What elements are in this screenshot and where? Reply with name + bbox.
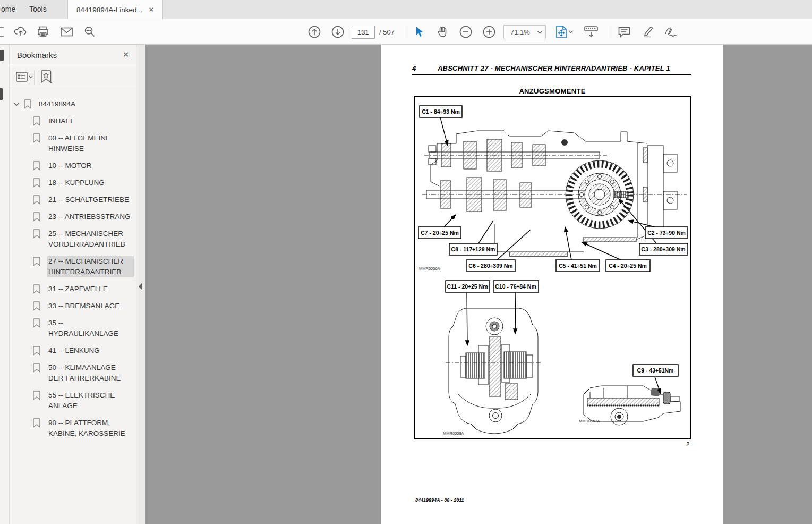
figure-differential-section <box>446 308 542 434</box>
bookmark-icon <box>33 257 40 266</box>
callout-c2: C2 - 73÷90 Nm <box>645 227 688 239</box>
bookmark-label: 33 -- BREMSANLAGE <box>47 301 121 311</box>
bookmark-root[interactable]: 84419894A <box>10 96 136 113</box>
bookmark-icon <box>33 195 40 205</box>
bookmark-icon <box>33 178 40 188</box>
bookmark-item[interactable]: 25 -- MECHANISCHER VORDERRADANTRIEB <box>10 225 136 253</box>
bookmark-label: 35 -- HYDRAULIKANLAGE <box>47 318 134 339</box>
bookmark-item[interactable]: 55 -- ELEKTRISCHE ANLAGE <box>10 387 136 415</box>
bookmark-icon <box>33 301 40 311</box>
nav-pane-strip <box>0 45 10 524</box>
save-icon[interactable] <box>0 23 6 41</box>
callout-c11: C11 - 20÷25 Nm <box>446 281 490 292</box>
highlight-icon[interactable] <box>639 23 657 41</box>
bookmark-icon <box>24 99 31 109</box>
bookmark-label: 27 -- MECHANISCHER HINTERRADANTRIEB <box>47 256 134 277</box>
pdf-header-page-number: 4 <box>412 64 416 72</box>
bookmark-icon <box>33 284 40 294</box>
bookmark-icon <box>33 161 40 171</box>
email-icon[interactable] <box>57 23 75 41</box>
callout-c8: C8 - 117÷129 Nm <box>449 243 497 255</box>
pdf-section-title: ANZUGSMOMENTE <box>381 87 723 95</box>
toolbar-separator <box>404 26 404 38</box>
bookmark-icon <box>33 318 40 328</box>
attachments-panel-icon[interactable] <box>0 88 4 100</box>
callout-c1: C1 - 84÷93 Nm <box>420 106 462 117</box>
svg-text:C2 - 73÷90 Nm: C2 - 73÷90 Nm <box>647 230 686 236</box>
callout-c6: C6 - 280÷309 Nm <box>467 260 515 272</box>
bookmarks-panel-icon[interactable] <box>0 49 5 61</box>
bookmark-label: 50 -- KLIMAANLAGE DER FAHRERKABINE <box>47 362 134 384</box>
fill-sign-icon[interactable] <box>662 23 680 41</box>
bookmark-icon <box>33 418 40 428</box>
bookmarks-header: Bookmarks × <box>10 45 136 66</box>
bookmark-item[interactable]: 21 -- SCHALTGETRIEBE <box>10 191 136 208</box>
chevron-down-icon[interactable] <box>13 102 20 106</box>
svg-text:C3 - 280÷309 Nm: C3 - 280÷309 Nm <box>641 246 685 252</box>
bookmark-item[interactable]: 10 -- MOTOR <box>10 157 136 174</box>
pdf-footer-page-number: 2 <box>686 441 689 447</box>
tab-tools[interactable]: Tools <box>29 5 47 13</box>
callout-c3: C3 - 280÷309 Nm <box>639 243 688 255</box>
next-page-icon[interactable] <box>329 23 347 41</box>
bookmark-item[interactable]: 23 -- ANTRIEBSSTRANG <box>10 208 136 225</box>
figure-ref-mmr0057a: MMR0057A <box>579 419 600 424</box>
bookmarks-title: Bookmarks <box>17 50 57 60</box>
page-number-input[interactable] <box>352 26 375 39</box>
bookmark-item[interactable]: 00 -- ALLGEMEINE HINWEISE <box>10 130 136 157</box>
bookmark-item[interactable]: 33 -- BREMSANLAGE <box>10 298 136 315</box>
document-viewport[interactable]: 4 ABSCHNITT 27 - MECHANISCHER HINTERRADA… <box>146 45 812 524</box>
new-bookmark-icon[interactable] <box>40 70 54 87</box>
bookmark-label: 84419894A <box>37 99 77 109</box>
svg-text:C7 - 20÷25 Nm: C7 - 20÷25 Nm <box>421 230 459 236</box>
hand-tool-icon[interactable] <box>433 23 451 41</box>
bookmarks-close-icon[interactable]: × <box>123 49 129 60</box>
page-scrolling-icon[interactable] <box>582 23 600 41</box>
share-cloud-icon[interactable] <box>12 23 30 41</box>
bookmark-label: INHALT <box>47 116 75 126</box>
bookmark-item[interactable]: 27 -- MECHANISCHER HINTERRADANTRIEB <box>10 253 136 281</box>
bookmark-label: 41 -- LENKUNG <box>47 345 101 356</box>
bookmark-item[interactable]: 90 -- PLATTFORM, KABINE, KAROSSERIE <box>10 415 136 442</box>
zoom-in-icon[interactable] <box>480 23 498 41</box>
search-icon[interactable] <box>81 23 99 41</box>
select-tool-icon[interactable] <box>410 23 428 41</box>
tab-document[interactable]: 84419894A-Linked... × <box>67 0 163 19</box>
svg-text:C5 - 41÷51 Nm: C5 - 41÷51 Nm <box>559 263 597 269</box>
page-total-label: / 507 <box>379 28 395 36</box>
bookmark-icon <box>33 391 40 400</box>
svg-text:C9 - 43÷51Nm: C9 - 43÷51Nm <box>637 367 674 374</box>
chevron-down-icon <box>569 30 573 33</box>
bookmarks-tree: 84419894A INHALT00 -- ALLGEMEINE HINWEIS… <box>10 96 136 442</box>
comment-icon[interactable] <box>615 23 633 41</box>
tab-document-label: 84419894A-Linked... <box>76 6 143 14</box>
previous-page-icon[interactable] <box>305 23 323 41</box>
chevron-down-icon <box>537 31 542 34</box>
tab-close-icon[interactable]: × <box>149 5 153 14</box>
bookmark-label: 31 -- ZAPFWELLE <box>47 284 109 294</box>
bookmark-icon <box>33 133 40 143</box>
bookmark-item[interactable]: 18 -- KUPPLUNG <box>10 174 136 191</box>
svg-text:C6 - 280÷309 Nm: C6 - 280÷309 Nm <box>468 263 512 269</box>
bookmark-item[interactable]: 31 -- ZAPFWELLE <box>10 281 136 298</box>
fit-page-dropdown[interactable] <box>552 23 576 41</box>
bookmark-item[interactable]: 41 -- LENKUNG <box>10 342 136 359</box>
bookmark-options-icon[interactable] <box>16 71 33 86</box>
print-icon[interactable] <box>34 23 52 41</box>
torque-diagram: C1 - 84÷93 Nm C7 - 20÷25 Nm C8 - 117÷129… <box>415 97 690 438</box>
zoom-level-value: 71.1% <box>510 28 530 36</box>
figure-ref-mmr0056a: MMR0056A <box>419 266 440 271</box>
collapse-panel-icon[interactable] <box>138 282 143 291</box>
svg-text:C1 - 84÷93 Nm: C1 - 84÷93 Nm <box>422 108 460 115</box>
bookmark-label: 90 -- PLATTFORM, KABINE, KAROSSERIE <box>47 418 134 439</box>
tab-bar: ome Tools 84419894A-Linked... × <box>0 0 812 19</box>
bookmark-item[interactable]: 35 -- HYDRAULIKANLAGE <box>10 315 136 342</box>
zoom-level-dropdown[interactable]: 71.1% <box>503 25 546 39</box>
bookmark-item[interactable]: 50 -- KLIMAANLAGE DER FAHRERKABINE <box>10 359 136 387</box>
tab-home[interactable]: ome <box>1 5 15 13</box>
svg-text:C10 - 76÷84 Nm: C10 - 76÷84 Nm <box>495 283 536 290</box>
svg-text:C4 - 20÷25 Nm: C4 - 20÷25 Nm <box>609 263 647 269</box>
bookmark-item[interactable]: INHALT <box>10 113 136 130</box>
zoom-out-icon[interactable] <box>457 23 475 41</box>
bookmark-label: 10 -- MOTOR <box>47 160 93 171</box>
